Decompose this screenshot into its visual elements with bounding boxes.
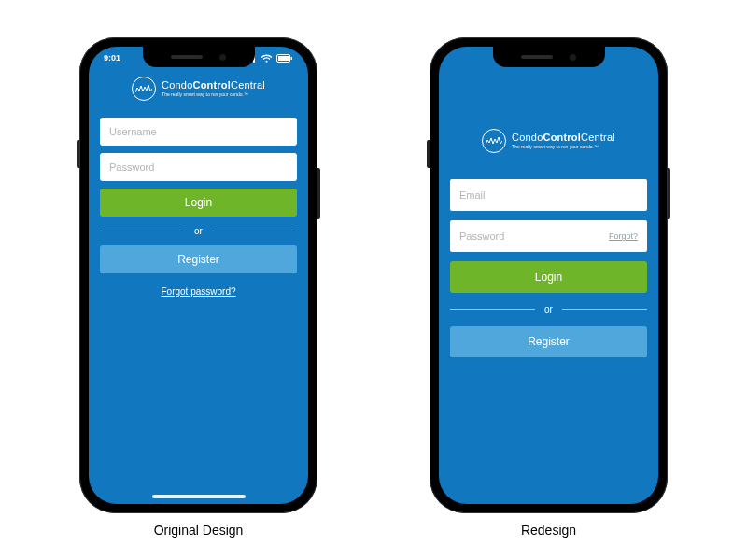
redesign-column: CondoControlCentral The really smart way… [430, 37, 668, 538]
email-placeholder: Email [459, 189, 486, 201]
phone-screen-redesign: CondoControlCentral The really smart way… [439, 47, 658, 504]
brand-logo: CondoControlCentral The really smart way… [100, 77, 297, 101]
email-field[interactable]: Email [450, 179, 647, 211]
battery-icon [276, 54, 293, 63]
logo-tagline: The really smart way to run your condo.™ [162, 92, 265, 97]
original-column: 9:01 [79, 37, 317, 538]
or-divider: or [450, 304, 647, 315]
login-button[interactable]: Login [100, 189, 297, 217]
login-form-redesign: CondoControlCentral The really smart way… [439, 47, 658, 357]
forgot-password-link[interactable]: Forgot password? [100, 287, 297, 297]
logo-tagline: The really smart way to run your condo.™ [512, 145, 615, 149]
username-field[interactable]: Username [100, 118, 297, 146]
status-time: 9:01 [104, 53, 120, 63]
logo-icon [132, 77, 156, 101]
username-placeholder: Username [109, 126, 157, 137]
forgot-inline-link[interactable]: Forgot? [609, 231, 638, 241]
wifi-icon [261, 54, 273, 63]
password-field[interactable]: Password Forgot? [450, 220, 647, 252]
phone-frame-redesign: CondoControlCentral The really smart way… [430, 37, 668, 513]
login-form-original: CondoControlCentral The really smart way… [89, 47, 308, 297]
phone-screen-original: 9:01 [89, 47, 308, 504]
password-placeholder: Password [459, 231, 504, 242]
login-button[interactable]: Login [450, 261, 647, 293]
register-button[interactable]: Register [100, 245, 297, 273]
phone-frame-original: 9:01 [79, 37, 317, 513]
svg-point-4 [266, 60, 268, 62]
comparison-stage: 9:01 [0, 0, 747, 560]
notch [493, 47, 605, 67]
brand-logo: CondoControlCentral The really smart way… [450, 129, 647, 153]
password-placeholder: Password [109, 161, 154, 173]
logo-name: CondoControlCentral [162, 80, 265, 91]
logo-icon [482, 129, 506, 153]
register-button[interactable]: Register [450, 326, 647, 357]
svg-rect-7 [291, 57, 293, 60]
password-field[interactable]: Password [100, 153, 297, 181]
caption-original: Original Design [154, 523, 244, 538]
or-divider: or [100, 226, 297, 236]
caption-redesign: Redesign [521, 523, 576, 538]
svg-rect-6 [278, 56, 289, 61]
notch [143, 47, 255, 67]
home-indicator [152, 495, 246, 498]
logo-name: CondoControlCentral [512, 133, 615, 143]
